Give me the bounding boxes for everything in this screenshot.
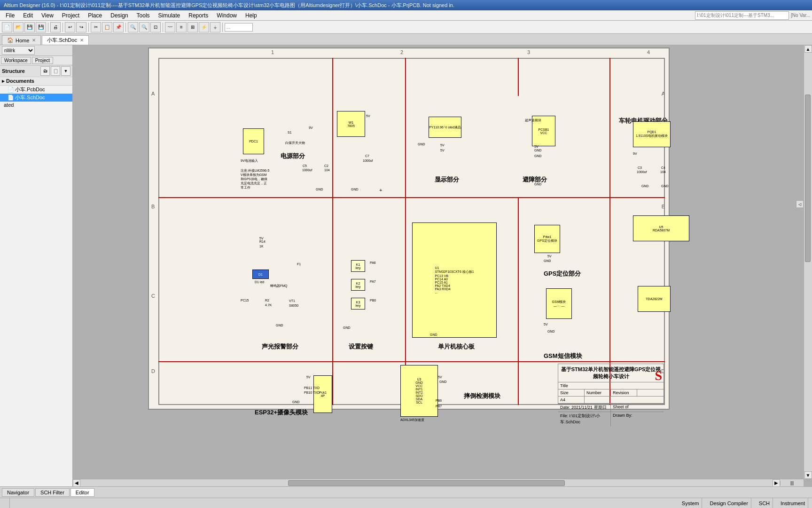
save-all-btn[interactable]: 💾 bbox=[36, 22, 46, 32]
open-btn[interactable]: 📂 bbox=[13, 22, 23, 32]
tree-ated[interactable]: ated bbox=[0, 102, 72, 108]
toolbar-search[interactable] bbox=[225, 23, 253, 32]
text-pa7: PA7 bbox=[370, 280, 376, 283]
tab-navigator[interactable]: Navigator bbox=[2, 488, 34, 497]
gnd-btn[interactable]: ⏚ bbox=[210, 22, 220, 32]
text-1k: 1K bbox=[259, 245, 264, 248]
docs-section: ▸ Documents bbox=[0, 77, 72, 86]
text-gnd-disp2: GND bbox=[438, 179, 446, 183]
tab-home-close[interactable]: ✕ bbox=[32, 38, 36, 43]
sheet-label: Sheet of bbox=[611, 404, 664, 412]
panel-toggle-btn[interactable]: ◁ bbox=[796, 200, 804, 208]
comp-btn[interactable]: ⊞ bbox=[187, 22, 198, 32]
menu-place[interactable]: Place bbox=[84, 11, 106, 20]
paste-btn[interactable]: 📌 bbox=[113, 22, 124, 32]
menu-project[interactable]: Project bbox=[58, 11, 83, 20]
scroll-thumb-v[interactable] bbox=[805, 95, 811, 262]
vdiv4 bbox=[609, 58, 610, 405]
power-btn[interactable]: ⚡ bbox=[199, 22, 209, 32]
status-sch[interactable]: SCH bbox=[756, 498, 773, 508]
cut-btn[interactable]: ✂ bbox=[91, 22, 101, 32]
scroll-left-btn[interactable]: ◀ bbox=[73, 479, 80, 487]
comp-gsm: GSM模块— · · — bbox=[546, 288, 572, 319]
title-block-row3: Date: 2021/11/21 星期日 Sheet of bbox=[558, 404, 664, 412]
text-1000uf-2: 1000uf bbox=[363, 159, 373, 162]
ated-label: ated bbox=[4, 102, 14, 108]
v-scrollbar[interactable]: ▲ ▼ bbox=[804, 45, 812, 479]
scroll-track-h[interactable] bbox=[80, 480, 773, 486]
menu-edit[interactable]: Edit bbox=[19, 11, 37, 20]
menu-simulate[interactable]: Simulate bbox=[155, 11, 184, 20]
hdiv1 bbox=[158, 197, 665, 198]
text-pb10-txd: PB10 TXD bbox=[304, 391, 320, 394]
menu-tools[interactable]: Tools bbox=[133, 11, 154, 20]
tab-sch-filter[interactable]: SCH Filter bbox=[35, 488, 70, 497]
tab-schdoc-close[interactable]: ✕ bbox=[80, 38, 84, 43]
zoom-out-btn[interactable]: 🔍 bbox=[139, 22, 149, 32]
tree-schdoc[interactable]: 📄 小车.SchDoc bbox=[0, 94, 72, 102]
label-fall: 摔倒检测模块 bbox=[464, 392, 500, 400]
text-gnd-obs2: GND bbox=[534, 154, 542, 158]
schematic-area[interactable]: 1 2 3 4 A B C D A B C D 电 bbox=[73, 45, 812, 486]
wire-btn[interactable]: 〰 bbox=[165, 22, 175, 32]
text-gnd-adxl: GND bbox=[439, 380, 447, 383]
tab-home[interactable]: 🏠 Home ✕ bbox=[2, 35, 41, 45]
new-btn[interactable]: 📄 bbox=[2, 22, 12, 32]
workspace-btn[interactable]: Workspace bbox=[1, 57, 31, 64]
menu-file[interactable]: File bbox=[2, 11, 18, 20]
col3-marker: 3 bbox=[527, 49, 530, 55]
tree-pcbdoc[interactable]: 📄 小车.PcbDoc bbox=[0, 86, 72, 94]
zoom-fit-btn[interactable]: ⊡ bbox=[150, 22, 161, 32]
schematic-canvas[interactable]: 1 2 3 4 A B C D A B C D 电 bbox=[148, 48, 670, 410]
title-block-meta: Title bbox=[558, 382, 664, 389]
menu-window[interactable]: Window bbox=[213, 11, 241, 20]
title-block-row4: File: I:\01定制设计\小车.SchDoc Drawn By: bbox=[558, 412, 664, 426]
tab-editor[interactable]: Editor bbox=[70, 488, 94, 497]
scroll-thumb-h[interactable] bbox=[288, 480, 565, 486]
panel-icon1[interactable]: 🗂 bbox=[40, 66, 50, 76]
project-btn[interactable]: Project bbox=[32, 57, 53, 64]
status-system[interactable]: System bbox=[679, 498, 703, 508]
zoom-in-btn[interactable]: 🔍 bbox=[128, 22, 138, 32]
text-gnd-gsm: GND bbox=[547, 330, 555, 333]
scroll-right-btn[interactable]: ▶ bbox=[773, 479, 780, 487]
text-pc15: PC15 bbox=[241, 299, 249, 302]
text-pb11-txd: PB11 TXD bbox=[304, 386, 320, 389]
status-design-compiler[interactable]: Design Compiler bbox=[707, 498, 751, 508]
menu-help[interactable]: Help bbox=[242, 11, 261, 20]
menu-design[interactable]: Design bbox=[107, 11, 132, 20]
print-btn[interactable]: 🖨 bbox=[50, 22, 61, 32]
text-5v-gps: 5V bbox=[547, 254, 552, 258]
save-btn[interactable]: 💾 bbox=[24, 22, 35, 32]
vdiv1 bbox=[332, 58, 333, 405]
comp-d1: D1 bbox=[252, 270, 269, 279]
status-instrument[interactable]: Instrument bbox=[778, 498, 808, 508]
panel-icon2[interactable]: 📋 bbox=[51, 66, 60, 76]
scroll-track-v[interactable] bbox=[805, 53, 812, 471]
menu-reports[interactable]: Reports bbox=[185, 11, 212, 20]
bottom-tabs: Navigator SCH Filter Editor bbox=[0, 486, 812, 498]
sep5 bbox=[163, 23, 163, 32]
tab-schdoc[interactable]: 小车.SchDoc ✕ bbox=[42, 35, 89, 45]
redo-btn[interactable]: ↪ bbox=[76, 22, 86, 32]
scroll-up-btn[interactable]: ▲ bbox=[804, 45, 812, 53]
h-scrollbar[interactable]: ◀ ▶ ||| bbox=[73, 479, 804, 486]
scroll-down-btn[interactable]: ▼ bbox=[804, 471, 812, 479]
toolbar: 📄 📂 💾 💾 🖨 ↩ ↪ ✂ 📋 📌 🔍 🔍 ⊡ 〰 ≡ ⊞ ⚡ ⏚ bbox=[0, 21, 812, 34]
workspace-dropdown[interactable]: nWrk bbox=[2, 46, 35, 55]
menu-view[interactable]: View bbox=[38, 11, 57, 20]
copy-btn[interactable]: 📋 bbox=[102, 22, 112, 32]
text-pb7: PB7 bbox=[436, 405, 442, 408]
status-coords bbox=[4, 498, 10, 508]
home-icon: 🏠 bbox=[7, 37, 14, 43]
undo-btn[interactable]: ↩ bbox=[65, 22, 75, 32]
comp-adxl345: U3GNDVCCINT1INT2SDOSDASCL bbox=[400, 365, 438, 417]
text-104-m: 104 bbox=[660, 170, 666, 174]
search-input[interactable] bbox=[695, 11, 789, 20]
text-gnd-motor: GND bbox=[641, 184, 649, 188]
bus-btn[interactable]: ≡ bbox=[176, 22, 187, 32]
comp-pck1: Pck14P bbox=[313, 375, 332, 413]
title-block: 基于STM32单片机智能遥控避障GPS定位视频轮椅小车设计 Title Size… bbox=[558, 364, 664, 404]
text-4k7: 4.7K bbox=[265, 303, 272, 307]
panel-icon3[interactable]: ▼ bbox=[61, 66, 70, 76]
